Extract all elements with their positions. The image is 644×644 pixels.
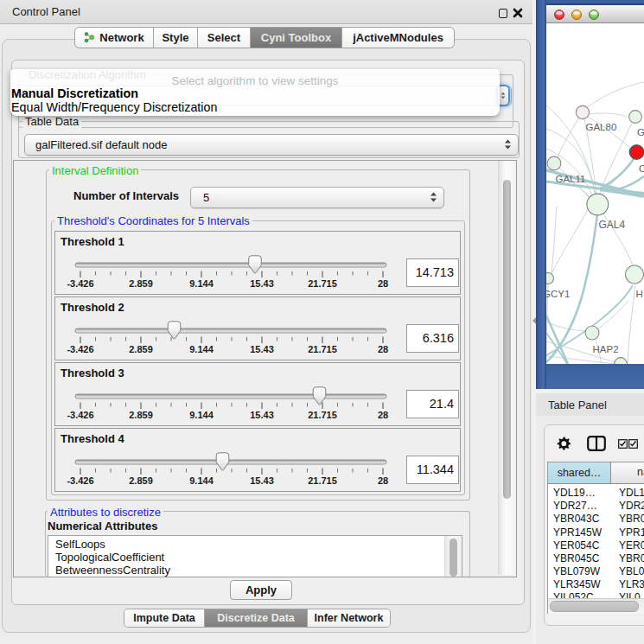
svg-text:GCY1: GCY1 [546,289,570,299]
svg-text:GA: GA [637,127,644,137]
svg-text:GAL80: GAL80 [586,122,617,132]
svg-text:21.715: 21.715 [308,278,337,289]
svg-text:-3.426: -3.426 [67,278,93,289]
svg-text:H: H [636,289,643,299]
svg-text:28: 28 [378,410,388,420]
svg-text:15.43: 15.43 [250,475,274,486]
svg-text:28: 28 [378,278,388,289]
svg-text:-3.426: -3.426 [67,344,93,354]
svg-text:21.715: 21.715 [308,344,337,354]
svg-text:GAL11: GAL11 [556,174,586,184]
svg-text:21.715: 21.715 [308,475,337,486]
svg-text:15.43: 15.43 [250,410,274,420]
svg-text:15.43: 15.43 [250,278,274,289]
svg-text:-3.426: -3.426 [67,410,93,420]
svg-text:2.859: 2.859 [129,278,153,289]
svg-text:28: 28 [378,344,388,354]
svg-text:9.144: 9.144 [189,344,214,354]
svg-text:HAP2: HAP2 [593,344,619,354]
svg-text:GAL4: GAL4 [599,219,626,231]
svg-text:-3.426: -3.426 [67,475,93,486]
svg-text:C: C [639,163,644,174]
svg-text:2.859: 2.859 [129,344,153,354]
svg-text:2.859: 2.859 [129,475,153,486]
svg-text:9.144: 9.144 [189,475,214,486]
svg-text:9.144: 9.144 [189,278,214,289]
svg-text:2.859: 2.859 [129,410,153,420]
svg-text:15.43: 15.43 [250,344,274,354]
svg-text:28: 28 [378,475,388,486]
svg-text:9.144: 9.144 [189,410,214,420]
svg-text:21.715: 21.715 [308,410,337,420]
